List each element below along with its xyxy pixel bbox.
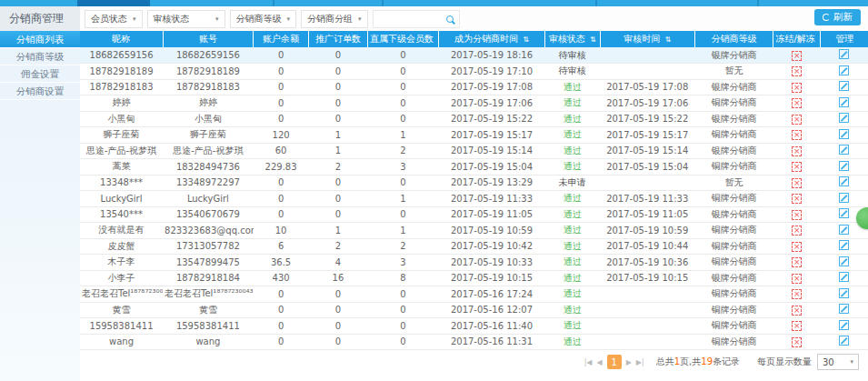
edit-icon[interactable] bbox=[839, 193, 849, 203]
column-header[interactable]: 账号 ⇅ bbox=[163, 31, 254, 47]
freeze-icon[interactable]: × bbox=[792, 130, 802, 140]
filter-select[interactable]: 分销商等级 ▾ bbox=[230, 10, 297, 28]
top-nav-active-segment bbox=[77, 0, 150, 6]
freeze-icon[interactable]: × bbox=[792, 115, 802, 125]
account-cell: 18682659156 bbox=[163, 47, 254, 64]
sidebar-item[interactable]: 分销商设置 bbox=[0, 83, 80, 100]
become-time-cell: 2017-05-16 17:24 bbox=[438, 286, 544, 303]
top-nav-separator bbox=[273, 0, 274, 6]
freeze-icon[interactable]: × bbox=[792, 321, 802, 331]
edit-icon[interactable] bbox=[839, 145, 849, 155]
sidebar-item[interactable]: 分销商等级 bbox=[0, 48, 80, 65]
column-header[interactable]: 分销商等级 ⇅ bbox=[694, 31, 773, 47]
edit-icon[interactable] bbox=[839, 336, 849, 346]
pagination-next-icon[interactable]: ▶ bbox=[626, 358, 632, 366]
freeze-icon[interactable]: × bbox=[792, 194, 802, 204]
freeze-icon[interactable]: × bbox=[792, 98, 802, 108]
edit-icon[interactable] bbox=[839, 129, 849, 139]
become-time-cell: 2017-05-19 18:16 bbox=[438, 47, 544, 64]
edit-icon[interactable] bbox=[839, 240, 849, 250]
edit-icon[interactable] bbox=[839, 97, 849, 107]
filter-select[interactable]: 分销商分组 ▾ bbox=[301, 10, 368, 28]
top-nav-separator bbox=[382, 0, 384, 6]
orders-cell: 0 bbox=[308, 318, 367, 335]
pagination-total-records: 19 bbox=[701, 356, 713, 366]
members-cell: 0 bbox=[367, 334, 438, 350]
edit-icon[interactable] bbox=[839, 176, 849, 186]
freeze-icon[interactable]: × bbox=[792, 242, 802, 252]
sort-icon[interactable]: ⇅ bbox=[664, 35, 671, 44]
filter-select[interactable]: 审核状态 ▾ bbox=[147, 10, 225, 28]
pagination-last-icon[interactable]: ▶| bbox=[636, 358, 644, 366]
freeze-icon[interactable]: × bbox=[792, 257, 802, 267]
members-cell: 2 bbox=[367, 143, 438, 159]
pagination-first-icon[interactable]: |◀ bbox=[584, 358, 593, 366]
edit-icon[interactable] bbox=[839, 256, 849, 266]
main-content: 昵称 ⇅ 账号 ⇅ 账户余额 ⇅ bbox=[80, 31, 868, 381]
freeze-icon[interactable]: × bbox=[792, 146, 802, 156]
freeze-icon[interactable]: × bbox=[792, 162, 802, 172]
column-header[interactable]: 冻结/解冻 ⇅ bbox=[773, 31, 821, 47]
pagination-prev-icon[interactable]: ◀ bbox=[597, 358, 603, 366]
edit-icon[interactable] bbox=[839, 304, 849, 314]
filter-select[interactable]: 会员状态 ▾ bbox=[85, 10, 143, 28]
freeze-cell: × bbox=[773, 318, 821, 335]
per-page-select[interactable]: 30 ▾ bbox=[817, 354, 859, 370]
column-header[interactable]: 管理 ⇅ bbox=[821, 31, 868, 47]
freeze-icon[interactable]: × bbox=[792, 289, 802, 299]
pagination-current-page[interactable]: 1 bbox=[607, 355, 622, 369]
column-header[interactable]: 直属下级会员数 ⇅ bbox=[367, 31, 438, 47]
balance-cell: 60 bbox=[254, 143, 309, 159]
freeze-icon[interactable]: × bbox=[792, 226, 802, 236]
freeze-icon[interactable]: × bbox=[792, 274, 802, 284]
edit-icon[interactable] bbox=[839, 208, 849, 218]
members-cell: 3 bbox=[367, 255, 438, 271]
audit-status-cell: 通过 bbox=[544, 302, 600, 318]
manage-cell bbox=[821, 95, 868, 112]
column-header[interactable]: 成为分销商时间 ⇅ bbox=[438, 31, 544, 47]
audit-time-cell bbox=[600, 64, 694, 80]
sort-icon[interactable]: ⇅ bbox=[523, 35, 529, 44]
column-header[interactable]: 审核时间 ⇅ bbox=[600, 31, 694, 47]
edit-icon[interactable] bbox=[839, 81, 849, 91]
freeze-icon[interactable]: × bbox=[792, 66, 802, 76]
edit-icon[interactable] bbox=[839, 65, 849, 75]
column-header[interactable]: 推广订单数 ⇅ bbox=[308, 31, 367, 47]
audit-time-cell bbox=[600, 302, 694, 318]
freeze-icon[interactable]: × bbox=[792, 306, 802, 316]
column-header[interactable]: 账户余额 ⇅ bbox=[254, 31, 309, 47]
edit-icon[interactable] bbox=[839, 320, 849, 330]
freeze-cell: × bbox=[773, 64, 821, 80]
freeze-icon[interactable]: × bbox=[792, 83, 802, 93]
freeze-icon[interactable]: × bbox=[792, 178, 802, 188]
freeze-icon[interactable]: × bbox=[792, 337, 802, 347]
orders-cell: 0 bbox=[308, 64, 367, 80]
edit-icon[interactable] bbox=[839, 49, 849, 59]
nickname-cell: 没有就是有 bbox=[80, 223, 163, 239]
table-row: 18682659156 18682659156 0 0 0 2017-05-19… bbox=[80, 47, 868, 64]
edit-icon[interactable] bbox=[839, 113, 849, 123]
search-input[interactable] bbox=[377, 14, 446, 24]
column-header[interactable]: 审核状态 ⇅ bbox=[544, 31, 600, 47]
sidebar-item[interactable]: 佣金设置 bbox=[0, 65, 80, 83]
column-header[interactable]: 昵称 ⇅ bbox=[80, 31, 163, 47]
column-header-label: 审核状态 bbox=[549, 34, 585, 44]
account-cell: 思途-产品-祝梦琪 bbox=[163, 143, 254, 159]
freeze-icon[interactable]: × bbox=[792, 210, 802, 220]
refresh-label: 刷新 bbox=[833, 11, 853, 24]
search-icon[interactable] bbox=[446, 15, 454, 23]
sidebar-item[interactable]: 分销商列表 bbox=[0, 31, 80, 48]
level-cell: 铜牌分销商 bbox=[694, 238, 773, 255]
freeze-icon[interactable]: × bbox=[792, 51, 802, 61]
members-cell: 0 bbox=[367, 175, 438, 191]
edit-icon[interactable] bbox=[839, 225, 849, 235]
members-cell: 0 bbox=[367, 302, 438, 318]
edit-icon[interactable] bbox=[839, 272, 849, 282]
table-row: 狮子座菊 狮子座菊 120 1 1 2017-05-19 15:17 通过 20… bbox=[80, 127, 868, 144]
table-row: 黄雪 黄雪 0 0 0 2017-05-16 12:07 通过 铜牌分销商 × bbox=[80, 302, 868, 318]
edit-icon[interactable] bbox=[839, 161, 849, 171]
sort-icon[interactable]: ⇅ bbox=[590, 35, 596, 44]
freeze-cell: × bbox=[773, 223, 821, 239]
refresh-button[interactable]: 刷新 bbox=[814, 9, 861, 25]
edit-icon[interactable] bbox=[839, 288, 849, 298]
